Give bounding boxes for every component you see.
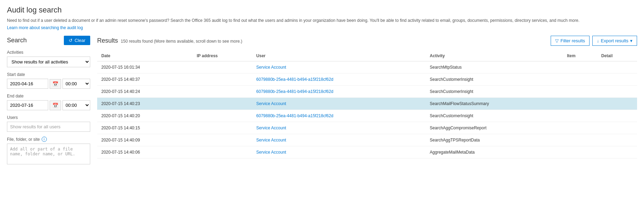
item-cell (563, 146, 597, 158)
detail-cell (597, 74, 637, 86)
table-row[interactable]: 2020-07-15 16:01:34Service AccountSearch… (97, 61, 637, 74)
column-header-user: User (252, 51, 426, 61)
column-header-activity: Activity (426, 51, 563, 61)
activities-group: Activities Show results for all activiti… (7, 50, 90, 67)
item-cell (563, 122, 597, 134)
end-time-select[interactable]: 00:00 (62, 100, 90, 110)
date-cell: 2020-07-15 14:40:24 (97, 86, 193, 98)
info-icon[interactable]: i (42, 137, 47, 142)
table-body: 2020-07-15 16:01:34Service AccountSearch… (97, 61, 637, 158)
table-row[interactable]: 2020-07-15 14:40:06Service AccountAggreg… (97, 146, 637, 158)
user-link[interactable]: Service Account (256, 150, 286, 155)
results-table: DateIP addressUserActivityItemDetail 202… (97, 51, 637, 158)
detail-cell (597, 122, 637, 134)
activity-cell: SearchMtpStatus (426, 61, 563, 74)
start-date-calendar-button[interactable]: 📅 (50, 79, 61, 89)
detail-cell (597, 146, 637, 158)
file-label-row: File, folder, or site i (7, 137, 90, 142)
user-link[interactable]: Service Account (256, 138, 286, 143)
page-description: Need to find out if a user deleted a doc… (7, 17, 637, 24)
end-date-label: End date (7, 94, 90, 98)
main-layout: Search ↺ Clear Activities Show results f… (7, 36, 637, 170)
user-link[interactable]: Service Account (256, 101, 286, 106)
action-buttons: ▽ Filter results ↓ Export results ▾ (551, 36, 637, 46)
results-header: Results 150 results found (More items av… (97, 36, 637, 46)
ip-cell (193, 110, 252, 122)
user-link[interactable]: Service Account (256, 126, 286, 130)
user-link[interactable]: Service Account (256, 65, 286, 70)
activity-cell: SearchCustomerInsight (426, 74, 563, 86)
ip-cell (193, 134, 252, 146)
page-title: Audit log search (7, 6, 637, 15)
ip-cell (193, 74, 252, 86)
activity-cell: SearchCustomerInsight (426, 86, 563, 98)
activity-cell: AggregateMailMetaData (426, 146, 563, 158)
export-results-label: Export results (601, 38, 628, 43)
column-header-date: Date (97, 51, 193, 61)
detail-cell (597, 134, 637, 146)
column-header-item: Item (563, 51, 597, 61)
end-date-calendar-button[interactable]: 📅 (50, 101, 61, 110)
date-cell: 2020-07-15 14:40:15 (97, 122, 193, 134)
ip-cell (193, 122, 252, 134)
ip-cell (193, 146, 252, 158)
learn-more-link[interactable]: Learn more about searching the audit log (7, 25, 83, 30)
end-date-row: 📅 00:00 (7, 100, 90, 110)
users-group: Users (7, 115, 90, 132)
start-date-group: Start date 📅 00:00 (7, 72, 90, 89)
item-cell (563, 110, 597, 122)
table-row[interactable]: 2020-07-15 14:40:23Service AccountSearch… (97, 98, 637, 110)
users-input[interactable] (7, 122, 90, 132)
results-content: Results 150 results found (More items av… (97, 36, 637, 170)
user-link[interactable]: 6079880b-25ea-4481-b494-a15f218cf62d (256, 77, 333, 82)
start-date-input[interactable] (7, 79, 48, 89)
export-results-button[interactable]: ↓ Export results ▾ (592, 36, 637, 46)
ip-cell (193, 98, 252, 110)
detail-cell (597, 61, 637, 74)
date-cell: 2020-07-15 14:40:09 (97, 134, 193, 146)
table-row[interactable]: 2020-07-15 14:40:246079880b-25ea-4481-b4… (97, 86, 637, 98)
column-header-detail: Detail (597, 51, 637, 61)
end-date-input[interactable] (7, 100, 48, 110)
clear-button[interactable]: ↺ Clear (64, 36, 90, 45)
filter-results-button[interactable]: ▽ Filter results (551, 36, 590, 46)
page-wrapper: Audit log search Need to find out if a u… (0, 0, 644, 176)
table-row[interactable]: 2020-07-15 14:40:09Service AccountSearch… (97, 134, 637, 146)
activity-cell: SearchCustomerInsight (426, 110, 563, 122)
sidebar: Search ↺ Clear Activities Show results f… (7, 36, 97, 170)
table-header: DateIP addressUserActivityItemDetail (97, 51, 637, 61)
detail-cell (597, 98, 637, 110)
detail-cell (597, 110, 637, 122)
search-title: Search (7, 37, 27, 44)
column-header-ip-address: IP address (193, 51, 252, 61)
ip-cell (193, 61, 252, 74)
file-group: File, folder, or site i (7, 137, 90, 165)
activity-cell: SearchAggTPSReportData (426, 134, 563, 146)
activities-label: Activities (7, 50, 90, 55)
file-label: File, folder, or site (7, 137, 40, 142)
start-date-row: 📅 00:00 (7, 79, 90, 89)
file-textarea[interactable] (7, 144, 90, 164)
results-count: 150 results found (More items available,… (121, 39, 242, 44)
table-row[interactable]: 2020-07-15 14:40:15Service AccountSearch… (97, 122, 637, 134)
date-cell: 2020-07-15 14:40:37 (97, 74, 193, 86)
detail-cell (597, 86, 637, 98)
start-time-select[interactable]: 00:00 (62, 79, 90, 89)
results-info: Results 150 results found (More items av… (97, 37, 242, 44)
users-label: Users (7, 115, 90, 120)
item-cell (563, 86, 597, 98)
user-link[interactable]: 6079880b-25ea-4481-b494-a15f218cf62d (256, 89, 333, 94)
date-cell: 2020-07-15 14:40:23 (97, 98, 193, 110)
activity-cell: SearchAggCompromiseReport (426, 122, 563, 134)
filter-icon: ▽ (555, 38, 559, 43)
table-header-row: DateIP addressUserActivityItemDetail (97, 51, 637, 61)
download-icon: ↓ (597, 38, 599, 43)
table-row[interactable]: 2020-07-15 14:40:376079880b-25ea-4481-b4… (97, 74, 637, 86)
item-cell (563, 61, 597, 74)
start-date-label: Start date (7, 72, 90, 77)
item-cell (563, 134, 597, 146)
user-link[interactable]: 6079880b-25ea-4481-b494-a15f218cf62d (256, 113, 333, 118)
table-row[interactable]: 2020-07-15 14:40:206079880b-25ea-4481-b4… (97, 110, 637, 122)
export-chevron-icon: ▾ (630, 38, 633, 43)
activities-select[interactable]: Show results for all activities (7, 57, 90, 67)
